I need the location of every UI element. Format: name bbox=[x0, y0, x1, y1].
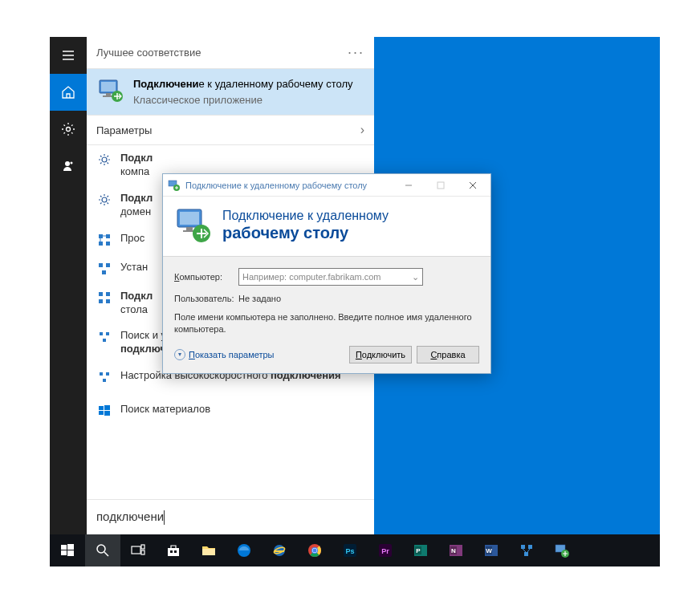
premiere-icon[interactable]: Pr bbox=[368, 534, 403, 566]
svg-rect-83 bbox=[524, 552, 528, 556]
svg-rect-13 bbox=[99, 234, 103, 238]
rdp-taskbar-icon[interactable] bbox=[544, 534, 580, 566]
home-icon[interactable] bbox=[50, 74, 87, 111]
svg-text:Ps: Ps bbox=[345, 547, 354, 555]
show-options-label: Показать параметры bbox=[189, 350, 275, 359]
minimize-button[interactable] bbox=[393, 176, 425, 195]
computer-combo[interactable]: Например: computer.fabrikam.com ⌄ bbox=[238, 268, 423, 286]
search-input-row[interactable]: подключени bbox=[87, 499, 374, 534]
chrome-icon[interactable] bbox=[297, 534, 332, 566]
rdp-header-text: Подключение к удаленному рабочему столу bbox=[222, 206, 389, 245]
svg-rect-26 bbox=[100, 332, 103, 335]
search-input[interactable]: подключени bbox=[96, 510, 364, 525]
settings-icon bbox=[96, 192, 112, 208]
svg-rect-29 bbox=[100, 372, 103, 376]
rdp-titlebar[interactable]: Подключение к удаленному рабочему столу bbox=[163, 174, 490, 197]
explorer-icon[interactable] bbox=[191, 534, 226, 566]
expand-down-icon: ▾ bbox=[174, 349, 185, 360]
rdp-title-text: Подключение к удаленному рабочему столу bbox=[185, 181, 393, 190]
svg-rect-27 bbox=[106, 332, 109, 335]
network-taskbar-icon[interactable] bbox=[509, 534, 544, 566]
svg-rect-14 bbox=[106, 234, 110, 238]
start-button[interactable] bbox=[50, 534, 85, 566]
svg-point-5 bbox=[71, 162, 73, 164]
best-match[interactable]: Подключение к удаленному рабочему столу … bbox=[87, 69, 374, 115]
search-rail bbox=[50, 37, 87, 534]
svg-rect-19 bbox=[99, 263, 103, 267]
network-icon bbox=[96, 232, 112, 248]
maximize-button[interactable] bbox=[425, 176, 457, 195]
svg-point-3 bbox=[67, 128, 71, 132]
best-match-text: Подключение к удаленному рабочему столу … bbox=[133, 77, 353, 107]
svg-line-84 bbox=[523, 549, 526, 552]
publisher-icon[interactable]: P bbox=[403, 534, 438, 566]
svg-point-11 bbox=[102, 157, 107, 162]
svg-rect-20 bbox=[106, 263, 110, 267]
svg-rect-54 bbox=[141, 545, 144, 549]
close-button[interactable] bbox=[457, 176, 489, 195]
gear-icon[interactable] bbox=[50, 111, 87, 148]
svg-text:N: N bbox=[451, 547, 456, 554]
svg-rect-82 bbox=[528, 545, 532, 549]
store-icon[interactable] bbox=[156, 534, 191, 566]
search-taskbar-icon[interactable] bbox=[85, 534, 120, 566]
search-item-footer[interactable]: Поиск материалов bbox=[87, 396, 374, 425]
svg-rect-7 bbox=[101, 82, 116, 91]
svg-point-4 bbox=[65, 161, 70, 166]
chevron-right-icon: › bbox=[360, 123, 364, 137]
rdp-logo-icon bbox=[174, 206, 213, 245]
edge-icon[interactable] bbox=[226, 534, 262, 566]
settings-icon bbox=[96, 152, 112, 168]
more-icon[interactable]: ··· bbox=[348, 44, 364, 61]
svg-rect-30 bbox=[106, 372, 109, 376]
onenote-icon[interactable]: N bbox=[438, 534, 474, 566]
svg-rect-28 bbox=[103, 339, 106, 342]
ie-icon[interactable] bbox=[262, 534, 297, 566]
computer-label: Компьютер: bbox=[174, 272, 238, 282]
windows-icon bbox=[96, 403, 112, 419]
settings-section[interactable]: Параметры › bbox=[87, 115, 374, 145]
chevron-down-icon: ⌄ bbox=[412, 272, 419, 282]
svg-rect-43 bbox=[180, 212, 199, 225]
rdp-hint: Поле имени компьютера не заполнено. Введ… bbox=[174, 311, 479, 336]
svg-rect-39 bbox=[438, 182, 444, 189]
network-icon bbox=[96, 369, 112, 385]
taskview-icon[interactable] bbox=[120, 534, 156, 566]
svg-rect-56 bbox=[170, 550, 173, 553]
svg-point-12 bbox=[102, 197, 107, 202]
rdp-body: Компьютер: Например: computer.fabrikam.c… bbox=[163, 257, 490, 373]
show-options-link[interactable]: ▾ Показать параметры bbox=[174, 349, 275, 360]
hamburger-icon[interactable] bbox=[50, 37, 87, 74]
svg-text:Pr: Pr bbox=[381, 547, 389, 555]
user-value: Не задано bbox=[238, 294, 281, 303]
network-icon bbox=[96, 290, 112, 306]
photoshop-icon[interactable]: Ps bbox=[332, 534, 368, 566]
network-icon bbox=[96, 329, 112, 345]
svg-point-67 bbox=[313, 549, 317, 553]
help-button[interactable]: Справка bbox=[417, 346, 479, 363]
svg-rect-47 bbox=[61, 545, 67, 550]
svg-text:P: P bbox=[416, 547, 421, 554]
svg-rect-33 bbox=[104, 405, 110, 410]
svg-point-51 bbox=[97, 545, 105, 553]
svg-rect-32 bbox=[99, 406, 104, 410]
svg-text:W: W bbox=[486, 547, 492, 554]
rdp-header: Подключение к удаленному рабочему столу bbox=[163, 197, 490, 257]
connect-button[interactable]: Подключить bbox=[349, 346, 412, 363]
taskbar: Ps Pr P N W bbox=[50, 534, 660, 566]
svg-rect-48 bbox=[67, 544, 74, 550]
svg-rect-22 bbox=[99, 292, 103, 296]
word-icon[interactable]: W bbox=[474, 534, 509, 566]
rdp-titlebar-icon bbox=[168, 179, 181, 192]
svg-rect-15 bbox=[99, 242, 103, 246]
svg-rect-58 bbox=[202, 549, 215, 555]
person-icon[interactable] bbox=[50, 148, 87, 185]
svg-rect-49 bbox=[61, 550, 67, 555]
svg-rect-8 bbox=[106, 93, 111, 95]
svg-line-52 bbox=[104, 552, 108, 556]
rdp-dialog: Подключение к удаленному рабочему столу … bbox=[162, 173, 491, 374]
svg-rect-24 bbox=[99, 299, 103, 303]
computer-placeholder: Например: computer.fabrikam.com bbox=[242, 272, 381, 282]
svg-rect-57 bbox=[174, 550, 177, 553]
svg-rect-81 bbox=[521, 545, 525, 549]
